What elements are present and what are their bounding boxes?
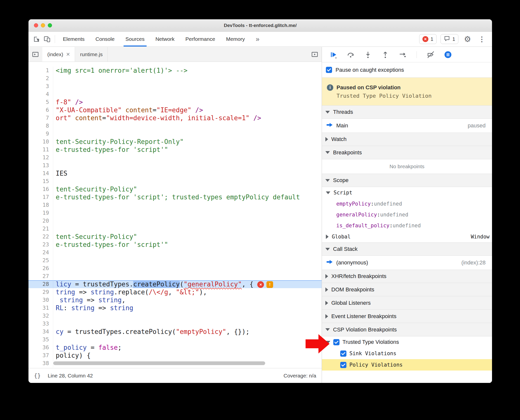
code-line-12[interactable]: 12 bbox=[28, 154, 322, 162]
code-line-19[interactable]: 19 bbox=[28, 209, 322, 217]
chevron-down-icon[interactable] bbox=[325, 328, 330, 331]
device-toolbar-icon[interactable] bbox=[42, 34, 52, 44]
checkbox-trusted-type-violations[interactable] bbox=[333, 339, 339, 345]
line-number[interactable]: 19 bbox=[28, 209, 53, 217]
code-line-30[interactable]: 30 string => string, bbox=[28, 296, 322, 304]
chevron-down-icon[interactable] bbox=[325, 111, 330, 114]
code-line-33[interactable]: 33 bbox=[28, 320, 322, 328]
scope-script-row[interactable]: Script bbox=[322, 187, 492, 198]
line-number[interactable]: 11 bbox=[28, 146, 53, 154]
chevron-right-icon[interactable] bbox=[325, 287, 328, 292]
code-line-4[interactable]: 4 bbox=[28, 90, 322, 98]
code-line-35[interactable]: 35 bbox=[28, 336, 322, 344]
section-scope[interactable]: Scope bbox=[322, 174, 492, 187]
line-number[interactable]: 17 bbox=[28, 193, 53, 201]
line-number[interactable]: 7 bbox=[28, 114, 53, 122]
line-number[interactable]: 38 bbox=[28, 359, 53, 367]
code-line-1[interactable]: 1<img src=1 onerror='alert(1)'> --> bbox=[28, 67, 322, 74]
scope-variable-emptyPolicy[interactable]: emptyPolicy: undefined bbox=[322, 198, 492, 209]
csp-sink-violations-row[interactable]: Sink Violations bbox=[322, 348, 492, 359]
line-number[interactable]: 3 bbox=[28, 82, 53, 90]
code-line-23[interactable]: 23e-trusted-types-for 'script'" bbox=[28, 241, 322, 249]
line-number[interactable]: 36 bbox=[28, 344, 53, 351]
resume-script-icon[interactable] bbox=[329, 51, 337, 59]
step-icon[interactable] bbox=[399, 51, 407, 59]
line-number[interactable]: 14 bbox=[28, 169, 53, 177]
chevron-right-icon[interactable] bbox=[325, 137, 328, 141]
toggle-debugger-sidebar-icon[interactable] bbox=[308, 47, 322, 62]
code-line-36[interactable]: 36t_policy = false; bbox=[28, 344, 322, 351]
line-number[interactable]: 15 bbox=[28, 177, 53, 185]
code-line-3[interactable]: 3 bbox=[28, 82, 322, 90]
code-line-11[interactable]: 11e-trusted-types-for 'script'" bbox=[28, 146, 322, 154]
thread-main-row[interactable]: Main paused bbox=[322, 119, 492, 133]
code-line-22[interactable]: 22tent-Security-Policy" bbox=[28, 233, 322, 241]
chevron-right-icon[interactable] bbox=[325, 314, 328, 319]
code-line-27[interactable]: 27 bbox=[28, 272, 322, 280]
code-line-7[interactable]: 7ort" content="width=device-width, initi… bbox=[28, 114, 322, 122]
line-number[interactable]: 35 bbox=[28, 336, 53, 344]
line-number[interactable]: 37 bbox=[28, 351, 53, 359]
section-threads[interactable]: Threads bbox=[322, 105, 492, 119]
checkbox-sink-violations[interactable] bbox=[340, 350, 346, 357]
line-number[interactable]: 10 bbox=[28, 138, 53, 146]
tab-elements[interactable]: Elements bbox=[57, 32, 90, 47]
zoom-window-button[interactable] bbox=[48, 23, 52, 27]
tab-sources[interactable]: Sources bbox=[120, 32, 150, 47]
chevron-down-icon[interactable] bbox=[325, 179, 330, 182]
chevron-right-icon[interactable] bbox=[326, 234, 329, 239]
code-line-9[interactable]: 9 bbox=[28, 130, 322, 138]
section-call-stack[interactable]: Call Stack bbox=[322, 242, 492, 256]
section-dom-breakpoints[interactable]: DOM Breakpoints bbox=[322, 283, 492, 296]
section-xhr-breakpoints[interactable]: XHR/fetch Breakpoints bbox=[322, 270, 492, 283]
code-line-5[interactable]: 5f-8" /> bbox=[28, 98, 322, 106]
line-number[interactable]: 34 bbox=[28, 328, 53, 336]
inspect-element-icon[interactable] bbox=[31, 34, 42, 44]
line-number[interactable]: 5 bbox=[28, 98, 53, 106]
code-line-16[interactable]: 16tent-Security-Policy" bbox=[28, 185, 322, 193]
code-line-26[interactable]: 26 bbox=[28, 264, 322, 272]
minimize-window-button[interactable] bbox=[41, 23, 45, 27]
section-breakpoints[interactable]: Breakpoints bbox=[322, 146, 492, 159]
checkbox-pause-on-caught[interactable] bbox=[326, 67, 332, 73]
code-line-29[interactable]: 29tring => string.replace(/\</g, "&lt;")… bbox=[28, 288, 322, 296]
code-line-28[interactable]: 28licy = trustedTypes.createPolicy("gene… bbox=[28, 280, 322, 288]
line-number[interactable]: 31 bbox=[28, 304, 53, 312]
pause-on-exceptions-icon[interactable] bbox=[444, 51, 452, 59]
checkbox-policy-violations[interactable] bbox=[340, 362, 346, 368]
code-line-20[interactable]: 20 bbox=[28, 217, 322, 225]
line-number[interactable]: 25 bbox=[28, 257, 53, 264]
kebab-menu-icon[interactable] bbox=[477, 34, 487, 44]
line-number[interactable]: 22 bbox=[28, 233, 53, 241]
scope-variable-generalPolicy[interactable]: generalPolicy: undefined bbox=[322, 209, 492, 220]
deactivate-breakpoints-icon[interactable] bbox=[427, 51, 435, 59]
call-stack-frame[interactable]: (anonymous) (index):28 bbox=[322, 256, 492, 270]
close-tab-icon[interactable] bbox=[66, 51, 70, 58]
code-line-13[interactable]: 13 bbox=[28, 162, 322, 169]
line-number[interactable]: 28 bbox=[28, 280, 53, 288]
line-number[interactable]: 21 bbox=[28, 225, 53, 233]
csp-policy-violations-row[interactable]: Policy Violations bbox=[322, 359, 492, 371]
line-number[interactable]: 27 bbox=[28, 272, 53, 280]
code-line-34[interactable]: 34cy = trustedTypes.createPolicy("emptyP… bbox=[28, 328, 322, 336]
close-window-button[interactable] bbox=[34, 23, 38, 27]
line-number[interactable]: 26 bbox=[28, 264, 53, 272]
line-number[interactable]: 20 bbox=[28, 217, 53, 225]
step-out-icon[interactable] bbox=[381, 51, 389, 59]
chevron-down-icon[interactable] bbox=[325, 151, 330, 154]
tab-memory[interactable]: Memory bbox=[221, 32, 250, 47]
tab-network[interactable]: Network bbox=[150, 32, 180, 47]
horizontal-scrollbar[interactable] bbox=[53, 361, 265, 365]
code-line-15[interactable]: 15 bbox=[28, 177, 322, 185]
line-number[interactable]: 13 bbox=[28, 162, 53, 169]
file-tab-index[interactable]: (index) bbox=[42, 47, 75, 62]
code-line-6[interactable]: 6"X-UA-Compatible" content="IE=edge" /> bbox=[28, 106, 322, 114]
chevron-right-icon[interactable] bbox=[325, 301, 328, 305]
code-line-18[interactable]: 18 bbox=[28, 201, 322, 209]
code-line-14[interactable]: 14IES bbox=[28, 169, 322, 177]
settings-gear-icon[interactable] bbox=[462, 34, 473, 44]
tab-performance[interactable]: Performance bbox=[180, 32, 221, 47]
console-errors-badge[interactable]: 1 bbox=[419, 34, 437, 44]
pause-on-caught-row[interactable]: Pause on caught exceptions bbox=[322, 62, 492, 78]
line-number[interactable]: 32 bbox=[28, 312, 53, 320]
